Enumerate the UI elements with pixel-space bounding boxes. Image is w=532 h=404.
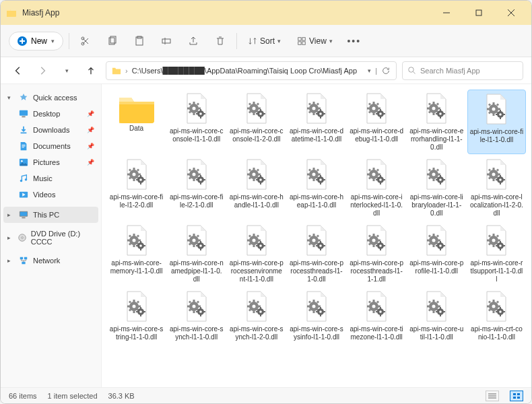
file-item[interactable]: api-ms-win-core-rtlsupport-l1-1-0.dll <box>467 222 526 286</box>
dll-icon <box>360 92 393 125</box>
search-input[interactable]: Search Miasfj App <box>402 61 523 80</box>
file-item[interactable]: api-ms-win-core-util-l1-1-0.dll <box>407 288 466 344</box>
dll-icon <box>420 92 453 125</box>
file-item[interactable]: api-ms-win-core-file-l1-1-0.dll <box>467 90 526 154</box>
minimize-button[interactable] <box>432 3 461 22</box>
file-item[interactable]: api-ms-win-core-sysinfo-l1-1-0.dll <box>287 288 345 344</box>
rename-button[interactable] <box>156 30 177 52</box>
file-item[interactable]: api-ms-win-core-synch-l1-2-0.dll <box>227 288 286 344</box>
file-item[interactable]: api-ms-win-core-file-l1-2-0.dll <box>107 156 166 220</box>
dll-icon <box>300 290 333 323</box>
svg-point-23 <box>25 178 28 181</box>
address-bar[interactable]: › C:\Users\████████\AppData\Roaming\Tais… <box>106 61 397 80</box>
file-item[interactable]: api-ms-win-core-timezone-l1-1-0.dll <box>347 288 406 344</box>
dll-icon <box>240 224 273 257</box>
svg-rect-18 <box>20 110 28 116</box>
file-item[interactable]: api-ms-win-core-libraryloader-l1-1-0.dll <box>407 156 466 220</box>
pin-icon: 📌 <box>87 127 94 133</box>
sidebar-downloads[interactable]: Downloads📌 <box>3 122 98 138</box>
file-item[interactable]: api-ms-win-core-file-l2-1-0.dll <box>167 156 226 220</box>
file-item[interactable]: api-ms-win-core-processenvironment-l1-1-… <box>227 222 286 286</box>
file-item[interactable]: api-ms-win-core-namedpipe-l1-1-0.dll <box>167 222 226 286</box>
file-item[interactable]: api-ms-win-crt-conio-l1-1-0.dll <box>467 288 526 344</box>
chevron-down-icon: ▾ <box>277 38 281 44</box>
dll-icon <box>121 290 153 323</box>
dll-icon <box>360 290 393 323</box>
chevron-down-icon[interactable]: ▾ <box>368 67 371 74</box>
file-item[interactable]: api-ms-win-core-datetime-l1-1-0.dll <box>287 90 345 154</box>
sort-dropdown[interactable]: Sort ▾ <box>242 34 286 48</box>
pin-icon: 📌 <box>87 143 94 149</box>
file-item[interactable]: api-ms-win-core-localization-l1-2-0.dll <box>467 156 526 220</box>
sidebar-pictures[interactable]: Pictures📌 <box>3 154 98 170</box>
picture-icon <box>18 157 29 168</box>
sidebar-quick-access[interactable]: ▾ Quick access <box>3 90 98 106</box>
file-item[interactable]: api-ms-win-core-string-l1-1-0.dll <box>107 288 166 344</box>
file-item[interactable]: api-ms-win-core-debug-l1-1-0.dll <box>347 90 406 154</box>
svg-rect-15 <box>302 41 305 44</box>
computer-icon <box>18 209 29 220</box>
music-icon <box>18 173 29 184</box>
paste-button[interactable] <box>129 30 150 52</box>
back-button[interactable] <box>9 61 28 80</box>
sidebar-this-pc[interactable]: ▸This PC <box>3 207 98 223</box>
file-label: api-ms-win-core-string-l1-1-0.dll <box>110 325 164 341</box>
file-item[interactable]: api-ms-win-core-processthreads-l1-1-0.dl… <box>287 222 345 286</box>
new-button[interactable]: New ▾ <box>9 32 63 50</box>
details-view-button[interactable] <box>486 391 499 401</box>
dll-icon <box>180 224 213 257</box>
selected-size: 36.3 KB <box>108 392 135 400</box>
file-label: api-ms-win-core-timezone-l1-1-0.dll <box>350 325 403 341</box>
sidebar-documents[interactable]: Documents📌 <box>3 138 98 154</box>
document-icon <box>18 141 29 152</box>
file-label: api-ms-win-core-memory-l1-1-0.dll <box>110 259 164 275</box>
file-item[interactable]: api-ms-win-core-processthreads-l1-1-1.dl… <box>347 222 406 286</box>
close-button[interactable] <box>496 3 526 22</box>
file-item[interactable]: api-ms-win-core-errorhandling-l1-1-0.dll <box>407 90 466 154</box>
svg-rect-30 <box>20 257 23 260</box>
svg-rect-19 <box>22 116 25 118</box>
file-label: api-ms-win-core-profile-l1-1-0.dll <box>409 259 463 275</box>
delete-button[interactable] <box>209 30 231 52</box>
window-title: Miasfj App <box>22 8 432 18</box>
sidebar-desktop[interactable]: Desktop📌 <box>3 106 98 122</box>
svg-rect-27 <box>22 217 25 219</box>
cut-button[interactable] <box>75 30 96 52</box>
file-item[interactable]: api-ms-win-core-memory-l1-1-0.dll <box>107 222 166 286</box>
share-button[interactable] <box>182 30 204 52</box>
svg-rect-10 <box>162 39 170 43</box>
file-label: api-ms-win-core-datetime-l1-1-0.dll <box>290 127 343 143</box>
svg-point-22 <box>20 180 23 182</box>
dll-icon <box>180 92 213 125</box>
file-item[interactable]: api-ms-win-core-interlocked-l1-1-0.dll <box>347 156 406 220</box>
folder-icon <box>117 92 157 125</box>
svg-rect-39 <box>517 397 520 399</box>
icons-view-button[interactable] <box>510 391 523 401</box>
file-item[interactable]: api-ms-win-core-console-l1-1-0.dll <box>167 90 226 154</box>
refresh-icon[interactable] <box>381 66 391 75</box>
up-button[interactable] <box>81 61 100 80</box>
file-item[interactable]: api-ms-win-core-synch-l1-1-0.dll <box>167 288 226 344</box>
sidebar-dvd[interactable]: ▸DVD Drive (D:) CCCC <box>3 227 98 248</box>
folder-item[interactable]: Data <box>107 90 166 154</box>
sidebar-videos[interactable]: Videos <box>3 187 98 203</box>
file-item[interactable]: api-ms-win-core-heap-l1-1-0.dll <box>287 156 345 220</box>
folder-icon <box>112 66 121 75</box>
maximize-button[interactable] <box>464 3 494 22</box>
chevron-down-icon[interactable]: ▾ <box>57 61 76 80</box>
sidebar-network[interactable]: ▸Network <box>3 252 98 269</box>
copy-button[interactable] <box>102 30 123 52</box>
file-label: api-ms-win-core-processthreads-l1-1-1.dl… <box>350 259 403 283</box>
file-item[interactable]: api-ms-win-core-profile-l1-1-0.dll <box>407 222 466 286</box>
svg-line-17 <box>413 71 415 73</box>
file-item[interactable]: api-ms-win-core-console-l1-2-0.dll <box>227 90 286 154</box>
file-item[interactable]: api-ms-win-core-handle-l1-1-0.dll <box>227 156 286 220</box>
forward-button[interactable] <box>33 61 52 80</box>
sidebar-music[interactable]: Music <box>3 170 98 187</box>
dll-icon <box>300 158 333 191</box>
star-icon <box>18 92 29 103</box>
more-button[interactable]: ••• <box>343 30 365 52</box>
video-icon <box>18 189 29 200</box>
view-dropdown[interactable]: View ▾ <box>292 34 338 48</box>
svg-rect-38 <box>513 397 516 399</box>
